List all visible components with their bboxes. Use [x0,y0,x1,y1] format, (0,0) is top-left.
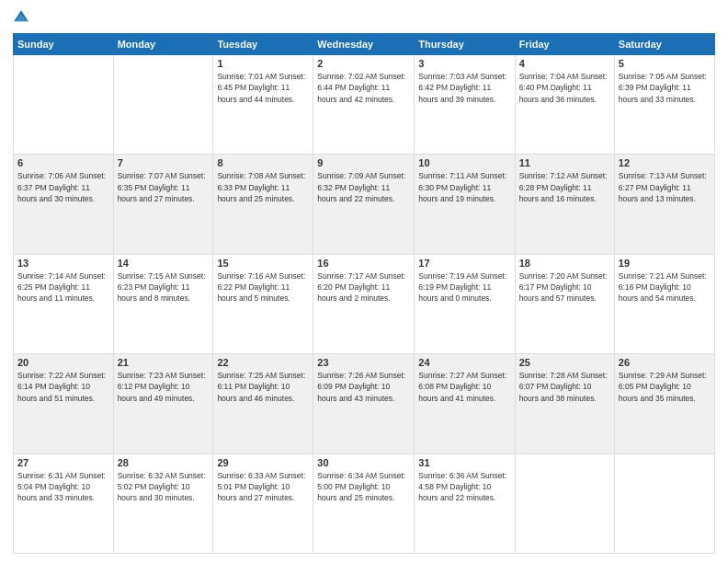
calendar-cell: 27Sunrise: 6:31 AM Sunset: 5:04 PM Dayli… [14,454,114,553]
day-number: 8 [217,157,309,168]
calendar-cell [614,454,714,553]
calendar-cell [14,55,114,155]
weekday-header-friday: Friday [515,34,614,55]
day-detail: Sunrise: 7:20 AM Sunset: 6:17 PM Dayligh… [519,270,610,304]
calendar-cell: 25Sunrise: 7:28 AM Sunset: 6:07 PM Dayli… [515,354,614,454]
day-detail: Sunrise: 7:27 AM Sunset: 6:08 PM Dayligh… [418,370,510,404]
day-number: 29 [217,457,309,468]
page: SundayMondayTuesdayWednesdayThursdayFrid… [0,0,728,563]
day-detail: Sunrise: 7:23 AM Sunset: 6:12 PM Dayligh… [118,370,210,404]
day-number: 21 [118,357,210,368]
day-number: 1 [217,58,309,69]
day-number: 16 [317,258,410,269]
header [13,9,715,26]
calendar-cell: 7Sunrise: 7:07 AM Sunset: 6:35 PM Daylig… [113,155,213,254]
weekday-header-wednesday: Wednesday [313,34,415,55]
day-detail: Sunrise: 7:15 AM Sunset: 6:23 PM Dayligh… [118,270,210,304]
calendar-cell: 12Sunrise: 7:13 AM Sunset: 6:27 PM Dayli… [614,155,714,254]
day-number: 23 [317,357,410,368]
calendar-cell: 29Sunrise: 6:33 AM Sunset: 5:01 PM Dayli… [213,454,313,553]
day-number: 17 [418,258,510,269]
calendar-cell: 9Sunrise: 7:09 AM Sunset: 6:32 PM Daylig… [313,155,415,254]
week-row-3: 13Sunrise: 7:14 AM Sunset: 6:25 PM Dayli… [14,254,715,353]
weekday-header-saturday: Saturday [614,34,714,55]
day-detail: Sunrise: 7:25 AM Sunset: 6:11 PM Dayligh… [217,370,309,404]
weekday-header-sunday: Sunday [14,34,114,55]
calendar-cell: 18Sunrise: 7:20 AM Sunset: 6:17 PM Dayli… [515,254,614,353]
day-detail: Sunrise: 7:09 AM Sunset: 6:32 PM Dayligh… [317,170,410,204]
logo-icon [13,9,29,26]
weekday-header-thursday: Thursday [415,34,515,55]
day-detail: Sunrise: 7:29 AM Sunset: 6:05 PM Dayligh… [619,370,711,404]
calendar-cell: 1Sunrise: 7:01 AM Sunset: 6:45 PM Daylig… [213,55,313,155]
day-number: 5 [619,58,711,69]
day-number: 11 [519,157,610,168]
logo [13,9,31,26]
weekday-header-tuesday: Tuesday [213,34,313,55]
week-row-5: 27Sunrise: 6:31 AM Sunset: 5:04 PM Dayli… [14,454,715,553]
calendar-cell: 17Sunrise: 7:19 AM Sunset: 6:19 PM Dayli… [415,254,515,353]
day-detail: Sunrise: 6:31 AM Sunset: 5:04 PM Dayligh… [17,470,109,504]
day-number: 3 [418,58,510,69]
calendar-cell [113,55,213,155]
day-number: 30 [317,457,410,468]
calendar-cell: 23Sunrise: 7:26 AM Sunset: 6:09 PM Dayli… [313,354,415,454]
day-number: 27 [17,457,109,468]
day-number: 6 [17,157,109,168]
day-number: 25 [519,357,610,368]
weekday-header-row: SundayMondayTuesdayWednesdayThursdayFrid… [14,34,715,55]
day-number: 31 [418,457,510,468]
day-number: 18 [519,258,610,269]
day-number: 2 [317,58,410,69]
day-detail: Sunrise: 7:12 AM Sunset: 6:28 PM Dayligh… [519,170,610,204]
day-detail: Sunrise: 6:33 AM Sunset: 5:01 PM Dayligh… [217,470,309,504]
calendar-cell: 19Sunrise: 7:21 AM Sunset: 6:16 PM Dayli… [614,254,714,353]
day-number: 13 [17,258,109,269]
day-number: 20 [17,357,109,368]
day-number: 19 [619,258,711,269]
day-detail: Sunrise: 6:36 AM Sunset: 4:58 PM Dayligh… [418,470,510,504]
calendar-cell: 4Sunrise: 7:04 AM Sunset: 6:40 PM Daylig… [515,55,614,155]
calendar-cell: 6Sunrise: 7:06 AM Sunset: 6:37 PM Daylig… [14,155,114,254]
week-row-4: 20Sunrise: 7:22 AM Sunset: 6:14 PM Dayli… [14,354,715,454]
calendar-cell: 3Sunrise: 7:03 AM Sunset: 6:42 PM Daylig… [415,55,515,155]
day-number: 12 [619,157,711,168]
day-detail: Sunrise: 7:22 AM Sunset: 6:14 PM Dayligh… [17,370,109,404]
calendar-cell: 10Sunrise: 7:11 AM Sunset: 6:30 PM Dayli… [415,155,515,254]
weekday-header-monday: Monday [113,34,213,55]
day-detail: Sunrise: 7:28 AM Sunset: 6:07 PM Dayligh… [519,370,610,404]
day-detail: Sunrise: 7:16 AM Sunset: 6:22 PM Dayligh… [217,270,309,304]
calendar-cell: 14Sunrise: 7:15 AM Sunset: 6:23 PM Dayli… [113,254,213,353]
calendar-table: SundayMondayTuesdayWednesdayThursdayFrid… [13,33,715,554]
day-detail: Sunrise: 7:21 AM Sunset: 6:16 PM Dayligh… [619,270,711,304]
day-number: 14 [118,258,210,269]
day-number: 26 [619,357,711,368]
day-detail: Sunrise: 7:07 AM Sunset: 6:35 PM Dayligh… [118,170,210,204]
day-detail: Sunrise: 7:05 AM Sunset: 6:39 PM Dayligh… [619,71,711,105]
day-detail: Sunrise: 7:11 AM Sunset: 6:30 PM Dayligh… [418,170,510,204]
day-detail: Sunrise: 7:13 AM Sunset: 6:27 PM Dayligh… [619,170,711,204]
calendar-cell: 24Sunrise: 7:27 AM Sunset: 6:08 PM Dayli… [415,354,515,454]
day-detail: Sunrise: 7:02 AM Sunset: 6:44 PM Dayligh… [317,71,410,105]
week-row-1: 1Sunrise: 7:01 AM Sunset: 6:45 PM Daylig… [14,55,715,155]
calendar-cell: 22Sunrise: 7:25 AM Sunset: 6:11 PM Dayli… [213,354,313,454]
day-number: 9 [317,157,410,168]
calendar-cell: 8Sunrise: 7:08 AM Sunset: 6:33 PM Daylig… [213,155,313,254]
day-detail: Sunrise: 7:01 AM Sunset: 6:45 PM Dayligh… [217,71,309,105]
day-number: 4 [519,58,610,69]
calendar-cell [515,454,614,553]
calendar-cell: 28Sunrise: 6:32 AM Sunset: 5:02 PM Dayli… [113,454,213,553]
calendar-cell: 30Sunrise: 6:34 AM Sunset: 5:00 PM Dayli… [313,454,415,553]
calendar-cell: 11Sunrise: 7:12 AM Sunset: 6:28 PM Dayli… [515,155,614,254]
day-detail: Sunrise: 7:03 AM Sunset: 6:42 PM Dayligh… [418,71,510,105]
calendar-cell: 13Sunrise: 7:14 AM Sunset: 6:25 PM Dayli… [14,254,114,353]
day-detail: Sunrise: 7:19 AM Sunset: 6:19 PM Dayligh… [418,270,510,304]
day-detail: Sunrise: 7:06 AM Sunset: 6:37 PM Dayligh… [17,170,109,204]
calendar-cell: 21Sunrise: 7:23 AM Sunset: 6:12 PM Dayli… [113,354,213,454]
calendar-cell: 2Sunrise: 7:02 AM Sunset: 6:44 PM Daylig… [313,55,415,155]
day-detail: Sunrise: 6:32 AM Sunset: 5:02 PM Dayligh… [118,470,210,504]
week-row-2: 6Sunrise: 7:06 AM Sunset: 6:37 PM Daylig… [14,155,715,254]
day-number: 10 [418,157,510,168]
day-detail: Sunrise: 6:34 AM Sunset: 5:00 PM Dayligh… [317,470,410,504]
calendar-cell: 5Sunrise: 7:05 AM Sunset: 6:39 PM Daylig… [614,55,714,155]
